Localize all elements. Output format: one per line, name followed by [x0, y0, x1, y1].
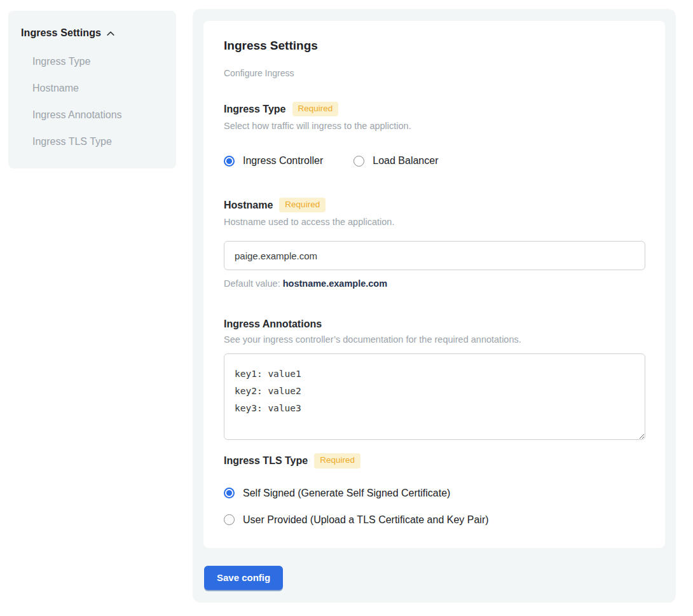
section-hostname: Hostname Required Hostname used to acces…	[224, 198, 645, 289]
radio-button-icon	[353, 156, 364, 167]
radio-button-icon	[224, 514, 235, 525]
required-badge: Required	[292, 102, 339, 116]
ingress-annotations-label: Ingress Annotations	[224, 318, 322, 330]
radio-button-icon	[224, 156, 235, 167]
ingress-annotations-description: See your ingress controller’s documentat…	[224, 334, 645, 345]
ingress-annotations-textarea[interactable]: key1: value1 key2: value2 key3: value3	[224, 353, 645, 440]
hostname-default-line: Default value:hostname.example.com	[224, 278, 645, 289]
radio-self-signed[interactable]: Self Signed (Generate Self Signed Certif…	[224, 488, 645, 499]
ingress-settings-card: Ingress Settings Configure Ingress Ingre…	[203, 21, 665, 548]
default-value-prefix: Default value:	[224, 278, 280, 289]
chevron-up-icon	[106, 29, 115, 38]
radio-label: Load Balancer	[373, 155, 438, 167]
hostname-description: Hostname used to access the application.	[224, 217, 645, 227]
ingress-type-description: Select how traffic will ingress to the a…	[224, 121, 645, 131]
page-title: Ingress Settings	[224, 39, 645, 53]
radio-button-icon	[224, 488, 235, 498]
sidebar-item-ingress-type[interactable]: Ingress Type	[32, 54, 163, 69]
radio-label: Ingress Controller	[243, 155, 323, 167]
section-ingress-type: Ingress Type Required Select how traffic…	[224, 102, 645, 167]
radio-ingress-controller[interactable]: Ingress Controller	[224, 155, 323, 167]
ingress-settings-panel: Ingress Settings Configure Ingress Ingre…	[193, 9, 676, 603]
save-config-button[interactable]: Save config	[204, 566, 283, 590]
ingress-type-label: Ingress Type	[224, 104, 286, 115]
ingress-type-radio-group: Ingress Controller Load Balancer	[224, 155, 645, 167]
required-badge: Required	[279, 198, 326, 212]
ingress-tls-type-label: Ingress TLS Type	[224, 455, 308, 467]
sidebar-item-ingress-annotations[interactable]: Ingress Annotations	[32, 107, 163, 122]
settings-sidebar: Ingress Settings Ingress Type Hostname I…	[8, 11, 176, 168]
section-ingress-annotations: Ingress Annotations See your ingress con…	[224, 318, 645, 440]
sidebar-nav: Ingress Type Hostname Ingress Annotation…	[21, 54, 163, 149]
sidebar-item-ingress-tls-type[interactable]: Ingress TLS Type	[32, 134, 163, 149]
radio-label: Self Signed (Generate Self Signed Certif…	[243, 488, 450, 499]
default-value-text: hostname.example.com	[283, 278, 387, 289]
required-badge: Required	[314, 453, 360, 468]
sidebar-section-title: Ingress Settings	[21, 27, 101, 39]
sidebar-section-toggle[interactable]: Ingress Settings	[21, 27, 163, 39]
radio-load-balancer[interactable]: Load Balancer	[353, 155, 438, 167]
hostname-label: Hostname	[224, 200, 273, 211]
radio-user-provided[interactable]: User Provided (Upload a TLS Certificate …	[224, 514, 645, 526]
radio-label: User Provided (Upload a TLS Certificate …	[243, 514, 489, 526]
tls-type-radio-group: Self Signed (Generate Self Signed Certif…	[224, 488, 645, 526]
sidebar-item-hostname[interactable]: Hostname	[32, 81, 163, 95]
section-ingress-tls-type: Ingress TLS Type Required Self Signed (G…	[224, 453, 645, 525]
page-subtitle: Configure Ingress	[224, 68, 645, 78]
hostname-input[interactable]	[224, 241, 645, 270]
